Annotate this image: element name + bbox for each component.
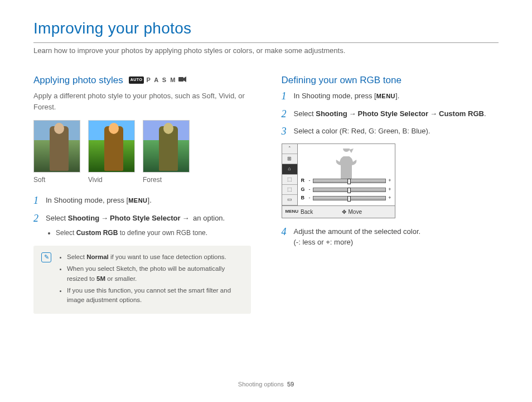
styles-description: Apply a different photo style to your ph… (33, 90, 251, 112)
step-number: 3 (282, 126, 289, 138)
text: (-: less or +: more) (294, 238, 354, 246)
step-body: Adjust the amount of the selected color.… (294, 226, 499, 248)
menu-path-selector: Photo Style Selector (110, 214, 180, 222)
rgb-diagram-footer: MENU Back ✥ Move (282, 205, 395, 218)
diagram-icon-plus: ⊞ (282, 154, 297, 164)
thumb-vivid: Vivid (88, 120, 135, 185)
menu-path-shooting: Shooting (316, 109, 347, 118)
step-body: Select Shooting→Photo Style Selector→Cus… (294, 108, 499, 119)
arrow-icon: → (428, 109, 439, 118)
step-number: 1 (282, 90, 289, 103)
footer-page-number: 59 (287, 381, 294, 387)
note-item-normal: Select Normal if you want to use face de… (67, 252, 243, 262)
sub-bullets: Select Custom RGB to define your own RGB… (56, 228, 251, 238)
step-number: 4 (282, 226, 289, 238)
note-info-icon: ✎ (41, 252, 51, 262)
movie-mode-icon (178, 75, 186, 85)
section-heading-rgb: Defining your own RGB tone (282, 73, 499, 88)
minus-icon: - (309, 194, 311, 202)
text: or smaller. (105, 275, 137, 282)
text: to define your own RGB tone. (118, 229, 207, 237)
section-heading-styles: Applying photo styles AUTO P A S M (33, 73, 251, 88)
note-item-smartfilter: If you use this function, you cannot set… (67, 286, 243, 305)
text: if you want to use face detection option… (109, 253, 226, 260)
slider-row-b: B - + (301, 194, 391, 202)
slider-label-b: B (301, 194, 307, 202)
heading-text: Applying photo styles (33, 73, 123, 88)
right-step-2: 2 Select Shooting→Photo Style Selector→C… (282, 108, 499, 121)
step-number: 2 (33, 213, 41, 225)
step-body: In Shooting mode, press [MENU]. (46, 195, 251, 206)
footer-section: Shooting options (238, 381, 284, 387)
normal-label: Normal (86, 253, 109, 260)
text: Adjust the amount of the selected color. (294, 227, 421, 236)
minus-icon: - (309, 177, 311, 185)
menu-button-label: MENU (376, 93, 395, 99)
step-number: 2 (282, 108, 289, 121)
note-box: ✎ Select Normal if you want to use face … (33, 246, 251, 314)
thumb-soft-image (33, 120, 80, 173)
menu-path-shooting: Shooting (68, 214, 99, 222)
page-title: Improving your photos (33, 17, 499, 43)
left-step-2: 2 Select Shooting→Photo Style Selector→ … (33, 213, 251, 238)
right-step-4: 4 Adjust the amount of the selected colo… (282, 226, 499, 248)
menu-button-label: MENU (128, 197, 147, 204)
text: When you select Sketch, the photo will b… (67, 265, 225, 281)
note-item-sketch: When you select Sketch, the photo will b… (67, 264, 243, 284)
slider-track-r (313, 179, 386, 183)
left-steps: 1 In Shooting mode, press [MENU]. 2 Sele… (33, 195, 251, 238)
step-body: Select Shooting→Photo Style Selector→ an… (46, 213, 251, 238)
move-label: Move (349, 208, 362, 216)
slider-row-r: R - + (301, 177, 391, 185)
rgb-diagram: ˄ ⊞ ⌂ ⬚ ⬚ ▭ R - (282, 143, 395, 218)
plus-icon: + (388, 177, 391, 185)
diagram-back-cell: MENU Back (282, 206, 338, 218)
slider-row-g: G - + (301, 186, 391, 194)
right-step-3: 3 Select a color (R: Red, G: Green, B: B… (282, 126, 499, 138)
text: Select (294, 109, 316, 118)
text: Select (46, 214, 68, 222)
custom-rgb-label: Custom RGB (76, 229, 118, 237)
style-thumbnails: Soft Vivid Forest (33, 120, 251, 185)
thumb-forest: Forest (143, 120, 190, 185)
thumb-soft-label: Soft (33, 175, 80, 185)
thumb-vivid-label: Vivid (88, 175, 135, 185)
dpad-icon: ✥ (342, 208, 346, 216)
page-footer: Shooting options 59 (0, 380, 532, 389)
text: an option. (191, 214, 225, 222)
back-label: Back (301, 208, 313, 216)
text: ]. (148, 196, 152, 204)
menu-path-selector: Photo Style Selector (358, 109, 428, 118)
person-silhouette-icon (332, 149, 360, 179)
rgb-diagram-top: ˄ ⊞ ⌂ ⬚ ⬚ ▭ R - (282, 144, 395, 205)
diagram-icon-off2: ⬚ (282, 185, 297, 195)
mode-icons-group: AUTO P A S M (129, 75, 187, 85)
step-body: Select a color (R: Red, G: Green, B: Blu… (294, 126, 499, 137)
five-mp-icon: 5M (96, 275, 105, 282)
step-number: 1 (33, 195, 41, 207)
diagram-icon-off1: ⬚ (282, 175, 297, 185)
plus-icon: + (388, 186, 391, 194)
rgb-sliders: R - + G - + B - (301, 177, 391, 203)
arrow-icon: → (99, 214, 110, 222)
thumb-soft: Soft (33, 120, 80, 185)
thumb-forest-label: Forest (143, 175, 190, 185)
sub-bullet-custom-rgb: Select Custom RGB to define your own RGB… (56, 228, 251, 238)
minus-icon: - (309, 186, 311, 194)
right-column: Defining your own RGB tone 1 In Shooting… (282, 73, 499, 314)
arrow-icon: → (347, 109, 358, 118)
arrow-icon: → (181, 214, 191, 222)
diagram-icon-bottom: ▭ (282, 195, 297, 205)
content-columns: Applying photo styles AUTO P A S M Apply… (33, 73, 499, 314)
right-steps: 1 In Shooting mode, press [MENU]. 2 Sele… (282, 90, 499, 138)
text: In Shooting mode, press [ (46, 196, 128, 204)
svg-rect-0 (178, 77, 183, 82)
rgb-canvas: R - + G - + B - (298, 144, 395, 205)
auto-mode-icon: AUTO (129, 76, 144, 84)
menu-icon-tiny: MENU (286, 208, 299, 215)
plus-icon: + (388, 194, 391, 202)
rgb-icon-column: ˄ ⊞ ⌂ ⬚ ⬚ ▭ (282, 144, 298, 205)
step-body: In Shooting mode, press [MENU]. (294, 90, 499, 102)
right-step-1: 1 In Shooting mode, press [MENU]. (282, 90, 499, 103)
diagram-move-cell: ✥ Move (338, 206, 395, 218)
